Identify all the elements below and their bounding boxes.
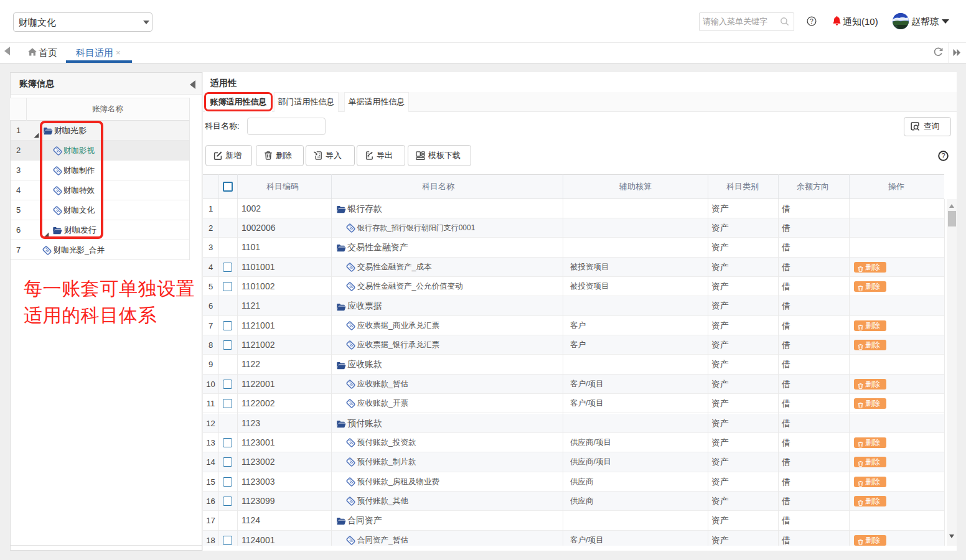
svg-text:?: ? (810, 18, 814, 25)
svg-text:?: ? (941, 152, 945, 159)
